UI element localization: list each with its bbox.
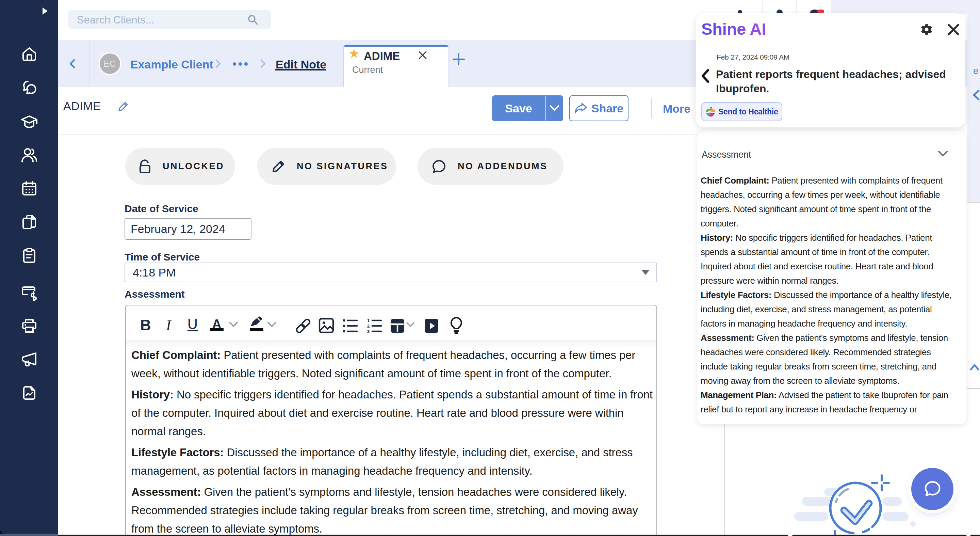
- svg-text:2: 2: [367, 324, 369, 329]
- svg-text:1: 1: [367, 318, 369, 323]
- svg-text:3: 3: [367, 329, 369, 333]
